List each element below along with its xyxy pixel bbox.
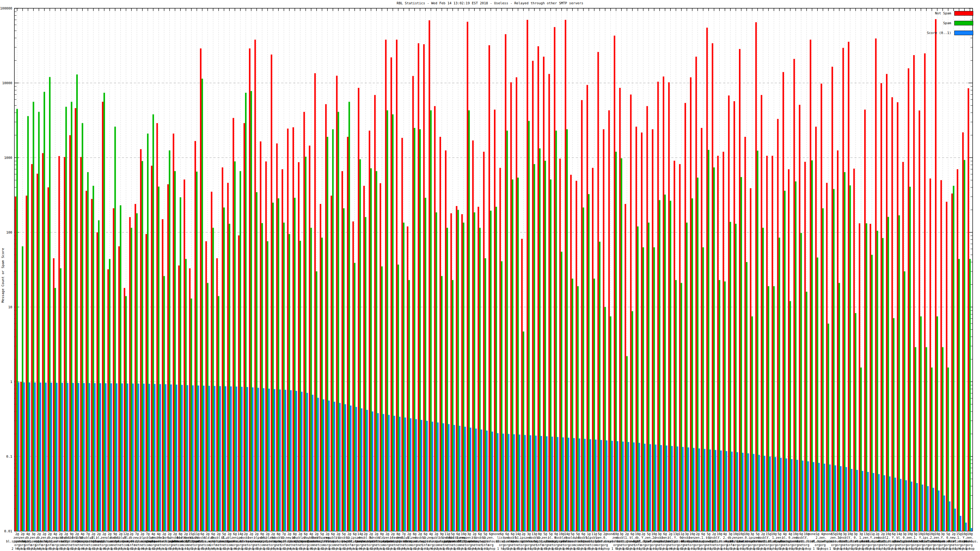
x-tick-label: net bbox=[172, 543, 178, 547]
x-tick-label: net bbox=[668, 543, 673, 547]
bar-not-spam bbox=[783, 72, 784, 531]
bar-score bbox=[121, 383, 123, 531]
y-tick-label: 10 bbox=[8, 305, 12, 309]
x-tick-label: 2@ bbox=[168, 532, 172, 536]
x-tick-label: net bbox=[134, 543, 140, 547]
bar-score bbox=[655, 445, 656, 531]
x-tick-label: 10@ bbox=[717, 532, 722, 536]
bar-spam bbox=[136, 213, 138, 531]
x-tick-label: net bbox=[401, 543, 406, 547]
x-tick-label: none bbox=[808, 532, 816, 536]
x-tick-label: org bbox=[325, 543, 330, 547]
bar-group bbox=[815, 127, 820, 531]
x-tick-label: 15@ bbox=[956, 532, 962, 536]
bar-not-spam bbox=[543, 57, 544, 531]
x-tick-label: 2@ bbox=[347, 532, 351, 536]
bar-spam bbox=[621, 158, 622, 531]
bar-score bbox=[442, 423, 444, 531]
bar-not-spam bbox=[194, 141, 196, 531]
x-tick-label: org bbox=[613, 543, 619, 547]
bar-score bbox=[268, 389, 270, 531]
bar-spam bbox=[969, 259, 971, 531]
x-tick-label: org bbox=[836, 543, 842, 547]
x-tick-label: org bbox=[564, 543, 570, 547]
bar-spam bbox=[501, 261, 503, 531]
bar-spam bbox=[566, 129, 568, 531]
bar-not-spam bbox=[668, 83, 670, 531]
bar-group bbox=[598, 52, 602, 531]
bar-score bbox=[660, 445, 662, 531]
bar-group bbox=[412, 76, 417, 531]
bar-spam bbox=[131, 228, 132, 531]
x-tick-label: Y. bbox=[848, 536, 852, 539]
x-tick-label: 2@ bbox=[668, 532, 672, 536]
x-tick-label: org bbox=[499, 543, 504, 547]
bar-group bbox=[374, 95, 379, 531]
x-tick-label: net bbox=[243, 543, 249, 547]
x-tick-label: org bbox=[815, 543, 820, 547]
x-tick-label: 4@ bbox=[723, 532, 727, 536]
x-tick-label: com bbox=[309, 543, 314, 547]
x-tick-label: 10@ bbox=[733, 532, 739, 536]
bar-score bbox=[170, 384, 172, 531]
x-tick-label: 6@ bbox=[200, 532, 204, 536]
bar-spam bbox=[240, 171, 241, 531]
bar-score bbox=[900, 479, 901, 531]
bar-not-spam bbox=[690, 78, 692, 531]
bar-group bbox=[216, 258, 221, 531]
bar-spam bbox=[795, 181, 797, 531]
bar-group bbox=[314, 73, 319, 531]
bar-score bbox=[290, 390, 291, 531]
bar-group bbox=[690, 78, 695, 531]
x-tick-label: 10@ bbox=[967, 532, 973, 536]
y-tick-label: 0.01 bbox=[4, 529, 13, 533]
bar-score bbox=[938, 491, 940, 531]
x-tick-label: bl. bbox=[548, 536, 554, 539]
bar-score bbox=[786, 459, 787, 531]
bar-spam bbox=[392, 114, 393, 531]
x-tick-label: org bbox=[788, 543, 793, 547]
bar-score bbox=[225, 386, 226, 531]
bar-spam bbox=[523, 332, 524, 531]
x-tick-label: net bbox=[64, 543, 69, 547]
bar-not-spam bbox=[211, 192, 212, 531]
bar-not-spam bbox=[282, 169, 283, 531]
bar-not-spam bbox=[331, 195, 332, 531]
x-tick-label: 4@ bbox=[783, 532, 787, 536]
x-tick-label: 2@ bbox=[244, 532, 248, 536]
bar-not-spam bbox=[358, 88, 359, 531]
bar-group bbox=[853, 169, 858, 531]
bar-not-spam bbox=[53, 258, 54, 531]
bar-not-spam bbox=[946, 202, 948, 531]
bar-score bbox=[18, 382, 19, 531]
x-tick-label: 2@ bbox=[162, 532, 166, 536]
x-tick-label: net bbox=[336, 543, 341, 547]
x-tick-label: org bbox=[52, 543, 58, 547]
bar-group bbox=[668, 83, 673, 531]
bar-spam bbox=[272, 203, 274, 531]
bar-spam bbox=[740, 177, 742, 531]
bar-score bbox=[236, 387, 237, 531]
x-tick-label: 6@ bbox=[663, 532, 667, 536]
x-tick-label: org bbox=[602, 543, 608, 547]
bar-group bbox=[407, 227, 411, 531]
y-tick-label: 100 bbox=[6, 230, 12, 235]
x-tick-label: zen. bbox=[934, 536, 941, 539]
x-tick-label: 6@ bbox=[211, 532, 215, 536]
bar-not-spam bbox=[614, 35, 615, 531]
bar-spam bbox=[544, 161, 546, 531]
bar-spam bbox=[87, 172, 89, 531]
x-tick-label: 10@ bbox=[613, 532, 619, 536]
bar-score bbox=[513, 434, 515, 531]
bar-score bbox=[105, 383, 107, 531]
x-tick-label: 13@ bbox=[673, 532, 679, 536]
x-tick-label: 8@ bbox=[277, 532, 280, 536]
bar-spam bbox=[773, 286, 775, 531]
bar-score bbox=[323, 400, 324, 531]
bar-group bbox=[630, 95, 635, 531]
x-tick-label: com bbox=[91, 543, 96, 547]
bar-score bbox=[638, 443, 640, 531]
bar-score bbox=[949, 502, 951, 531]
bar-not-spam bbox=[788, 169, 789, 531]
bar-not-spam bbox=[102, 102, 103, 531]
